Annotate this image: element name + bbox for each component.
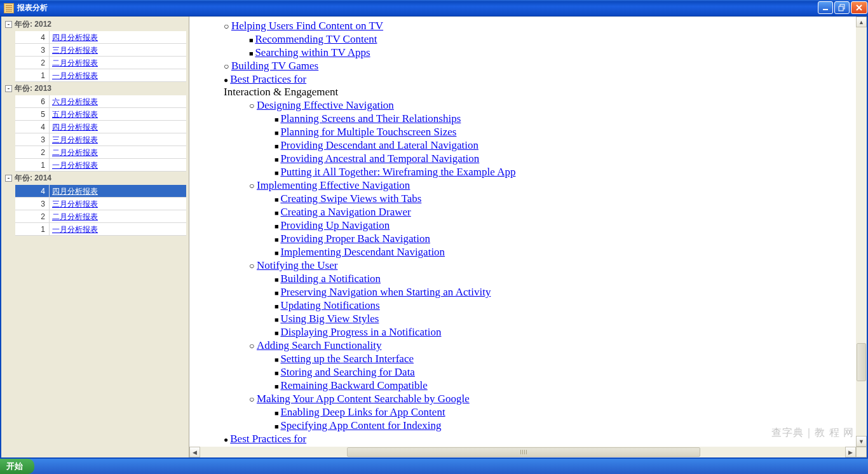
list: Setting up the Search InterfaceStoring a…: [249, 353, 858, 392]
close-button[interactable]: [851, 1, 867, 14]
list-item: Providing Proper Back Navigation: [275, 233, 858, 245]
doc-link[interactable]: Recommending TV Content: [255, 33, 377, 45]
doc-link[interactable]: Building a Notification: [280, 273, 381, 285]
scroll-track[interactable]: [856, 27, 867, 83]
list-item: Searching within TV Apps: [249, 46, 858, 59]
doc-subtitle: Interaction & Engagement: [224, 86, 338, 98]
doc-link[interactable]: Providing Ancestral and Temporal Navigat…: [280, 152, 479, 165]
report-link[interactable]: 三月分析报表: [50, 133, 186, 146]
report-link[interactable]: 一月分析报表: [50, 69, 186, 81]
doc-link[interactable]: Planning for Multiple Touchscreen Sizes: [280, 126, 456, 138]
report-link[interactable]: 四月分析报表: [50, 185, 186, 197]
doc-link[interactable]: Setting up the Search Interface: [280, 353, 414, 365]
report-index: 4: [15, 121, 50, 133]
report-link[interactable]: 三月分析报表: [50, 198, 186, 210]
report-link[interactable]: 六月分析报表: [50, 95, 186, 107]
report-row[interactable]: 2二月分析报表: [15, 57, 186, 69]
year-header[interactable]: -年份: 2013: [1, 82, 189, 95]
report-row[interactable]: 3三月分析报表: [15, 198, 186, 210]
doc-link[interactable]: Designing Effective Navigation: [257, 99, 394, 111]
list-item: Implementing Effective NavigationCreatin…: [249, 179, 858, 259]
doc-link[interactable]: Planning Screens and Their Relationships: [280, 112, 461, 125]
year-label: 年份: 2013: [15, 83, 51, 94]
doc-link[interactable]: Implementing Descendant Navigation: [280, 246, 445, 258]
content: Helping Users Find Content on TVRecommen…: [189, 17, 867, 457]
doc-link[interactable]: Helping Users Find Content on TV: [231, 20, 383, 32]
horizontal-scrollbar[interactable]: ◀ ▶: [189, 447, 856, 457]
doc-link[interactable]: Enabling Deep Links for App Content: [280, 406, 445, 418]
doc-link[interactable]: Storing and Searching for Data: [280, 366, 415, 378]
report-row[interactable]: 1一月分析报表: [15, 159, 186, 172]
doc-link[interactable]: Providing Descendant and Lateral Navigat…: [280, 139, 478, 151]
list-item: Providing Ancestral and Temporal Navigat…: [275, 152, 858, 165]
doc-link[interactable]: Preserving Navigation when Starting an A…: [280, 286, 491, 298]
report-row[interactable]: 1一月分析报表: [15, 223, 186, 236]
scroll-down-arrow[interactable]: ▼: [856, 436, 867, 447]
report-row[interactable]: 6六月分析报表: [15, 95, 186, 108]
doc-link[interactable]: Notifying the User: [257, 259, 337, 271]
year-header[interactable]: -年份: 2014: [1, 172, 189, 185]
start-label: 开始: [6, 461, 23, 472]
report-link[interactable]: 一月分析报表: [50, 223, 186, 235]
list: Enabling Deep Links for App ContentSpeci…: [249, 406, 858, 432]
doc-link[interactable]: Providing Proper Back Navigation: [280, 233, 430, 245]
report-row[interactable]: 3三月分析报表: [15, 133, 186, 146]
doc-link[interactable]: Providing Up Navigation: [280, 219, 390, 231]
doc-link[interactable]: Specifying App Content for Indexing: [280, 419, 441, 431]
doc-link[interactable]: Implementing Effective Navigation: [257, 179, 410, 191]
report-link[interactable]: 五月分析报表: [50, 108, 186, 120]
report-row[interactable]: 1一月分析报表: [15, 69, 186, 82]
list-item: Preserving Navigation when Starting an A…: [275, 286, 858, 299]
scroll-thumb[interactable]: [347, 447, 700, 457]
doc-link[interactable]: Adding Search Functionality: [257, 339, 381, 351]
doc-link[interactable]: Putting it All Together: Wireframing the…: [280, 166, 515, 178]
report-row[interactable]: 2二月分析报表: [15, 210, 186, 223]
doc-link[interactable]: Making Your App Content Searchable by Go…: [257, 393, 470, 405]
doc-link[interactable]: Displaying Progress in a Notification: [280, 326, 441, 338]
scroll-left-arrow[interactable]: ◀: [189, 447, 200, 457]
doc-link[interactable]: Updating Notifications: [280, 299, 379, 311]
list: Creating Swipe Views with TabsCreating a…: [249, 193, 858, 259]
list-item: Designing Effective NavigationPlanning S…: [249, 99, 858, 179]
start-button[interactable]: 开始: [0, 459, 34, 474]
collapse-icon[interactable]: -: [5, 85, 12, 92]
scroll-thumb[interactable]: [857, 343, 866, 381]
scroll-right-arrow[interactable]: ▶: [845, 447, 856, 457]
report-link[interactable]: 二月分析报表: [50, 210, 186, 222]
doc-link[interactable]: Creating a Navigation Drawer: [280, 206, 410, 218]
doc-link[interactable]: Best Practices for: [230, 433, 306, 445]
doc-link[interactable]: Remaining Backward Compatible: [280, 379, 427, 391]
list-item: Setting up the Search Interface: [275, 353, 858, 365]
year-header[interactable]: -年份: 2012: [1, 18, 189, 31]
report-link[interactable]: 三月分析报表: [50, 44, 186, 56]
doc-link[interactable]: Searching within TV Apps: [255, 46, 370, 58]
restore-button[interactable]: [834, 1, 850, 14]
report-link[interactable]: 二月分析报表: [50, 57, 186, 69]
report-row[interactable]: 5五月分析报表: [15, 108, 186, 121]
doc-link[interactable]: Creating Swipe Views with Tabs: [280, 193, 421, 205]
doc-link[interactable]: Best Practices for: [230, 73, 306, 85]
collapse-icon[interactable]: -: [5, 175, 12, 182]
report-row[interactable]: 2二月分析报表: [15, 146, 186, 159]
report-link[interactable]: 四月分析报表: [50, 121, 186, 133]
report-row[interactable]: 4四月分析报表: [15, 185, 186, 198]
report-link[interactable]: 二月分析报表: [50, 146, 186, 158]
report-link[interactable]: 一月分析报表: [50, 159, 186, 171]
list-item: Specifying App Content for Indexing: [275, 419, 858, 432]
main-container: -年份: 20124四月分析报表3三月分析报表2二月分析报表1一月分析报表-年份…: [0, 17, 868, 459]
vertical-scrollbar[interactable]: ▲ ▼: [856, 17, 867, 447]
scroll-up-arrow[interactable]: ▲: [856, 17, 867, 27]
minimize-button[interactable]: [818, 1, 833, 14]
list: Designing Effective NavigationPlanning S…: [224, 99, 858, 432]
report-row[interactable]: 3三月分析报表: [15, 44, 186, 57]
scroll-track[interactable]: [856, 381, 867, 437]
report-row[interactable]: 4四月分析报表: [15, 121, 186, 133]
doc-link[interactable]: Building TV Games: [231, 60, 318, 72]
doc-link[interactable]: Using Big View Styles: [280, 313, 379, 325]
list-item: Putting it All Together: Wireframing the…: [275, 166, 858, 179]
report-row[interactable]: 4四月分析报表: [15, 31, 186, 44]
report-link[interactable]: 四月分析报表: [50, 31, 186, 43]
collapse-icon[interactable]: -: [5, 21, 12, 28]
report-index: 1: [15, 69, 50, 81]
list-item: Building a Notification: [275, 273, 858, 285]
